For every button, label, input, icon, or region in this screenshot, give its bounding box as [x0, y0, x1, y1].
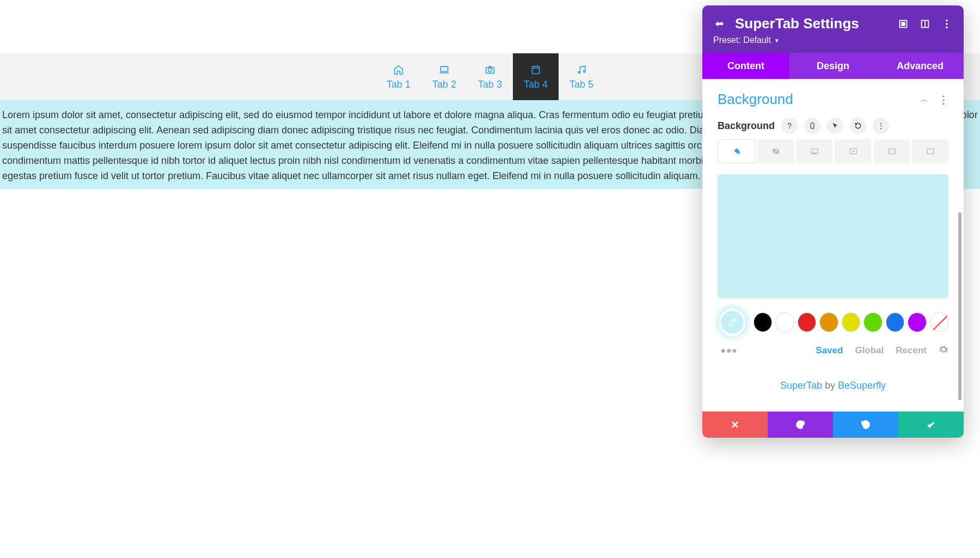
svg-point-13: [812, 127, 812, 128]
gear-icon[interactable]: [939, 345, 948, 357]
setting-more-icon[interactable]: ⋮: [873, 118, 889, 134]
svg-point-9: [946, 19, 948, 21]
collapse-icon[interactable]: ︿: [921, 95, 928, 105]
svg-rect-0: [440, 66, 448, 71]
svg-rect-18: [889, 149, 895, 154]
svg-point-24: [893, 152, 894, 152]
svg-point-19: [890, 150, 890, 150]
panel-footer: [702, 412, 964, 438]
svg-point-22: [890, 152, 890, 152]
svg-point-23: [892, 152, 892, 152]
setting-label: Background: [718, 120, 775, 132]
footer-credit: SuperTab by BeSuperfly: [718, 364, 948, 391]
back-icon[interactable]: [713, 18, 725, 30]
tab-label: Tab 2: [432, 79, 456, 90]
preset-selector[interactable]: Preset: Default ▼: [713, 35, 953, 45]
section-more-icon[interactable]: ⋮: [938, 93, 948, 106]
preset-label: Preset: Default: [713, 35, 771, 45]
help-icon[interactable]: ?: [781, 118, 798, 134]
swatch-tab-recent[interactable]: Recent: [896, 345, 927, 356]
columns-icon[interactable]: [919, 18, 931, 30]
bgtype-mask[interactable]: [912, 139, 948, 163]
swatch-tabs: ••• Saved Global Recent: [718, 343, 948, 358]
tab-3[interactable]: Tab 3: [467, 53, 513, 100]
svg-point-11: [946, 26, 948, 28]
swatch-purple[interactable]: [908, 312, 926, 332]
swatch-red[interactable]: [798, 312, 816, 332]
tab-content-settings[interactable]: Content: [702, 53, 789, 79]
section-title: Background: [718, 91, 793, 108]
bgtype-image[interactable]: [796, 139, 832, 163]
redo-button[interactable]: [833, 412, 898, 438]
svg-point-16: [813, 150, 814, 151]
tab-5[interactable]: Tab 5: [559, 53, 604, 100]
expand-icon[interactable]: [897, 18, 909, 30]
camera-icon: [485, 64, 495, 76]
music-icon: [576, 64, 587, 76]
scrollbar[interactable]: [958, 212, 961, 400]
tab-label: Tab 5: [569, 79, 593, 90]
svg-point-10: [946, 23, 948, 25]
swatch-yellow[interactable]: [842, 312, 860, 332]
responsive-icon[interactable]: [804, 118, 820, 134]
background-type-tabs: [718, 139, 948, 163]
svg-point-5: [583, 70, 585, 72]
swatch-black[interactable]: [754, 312, 772, 332]
tab-label: Tab 3: [478, 79, 502, 90]
undo-button[interactable]: [768, 412, 833, 438]
svg-rect-25: [927, 149, 934, 154]
settings-panel: SuperTab Settings Preset: Default ▼ Cont…: [702, 5, 964, 438]
svg-point-2: [488, 68, 492, 72]
bgtype-video[interactable]: [835, 139, 871, 163]
bgtype-gradient[interactable]: [757, 139, 794, 163]
swatch-tab-saved[interactable]: Saved: [816, 345, 843, 356]
author-link[interactable]: BeSuperfly: [838, 380, 886, 391]
tab-1[interactable]: Tab 1: [376, 53, 421, 100]
swatch-green[interactable]: [863, 312, 882, 332]
swatch-blue[interactable]: [886, 312, 904, 332]
tab-design-settings[interactable]: Design: [789, 53, 877, 79]
panel-header: SuperTab Settings Preset: Default ▼: [702, 5, 964, 53]
tab-label: Tab 1: [387, 79, 411, 90]
swatch-tab-global[interactable]: Global: [855, 345, 884, 356]
bgtype-color[interactable]: [718, 139, 755, 163]
svg-point-21: [893, 150, 894, 150]
cancel-button[interactable]: [702, 412, 768, 438]
swatch-orange[interactable]: [819, 312, 838, 332]
svg-point-4: [578, 71, 580, 73]
tab-label: Tab 4: [524, 79, 548, 90]
product-link[interactable]: SuperTab: [780, 380, 822, 391]
svg-rect-7: [902, 22, 905, 26]
hover-icon[interactable]: [827, 118, 843, 134]
color-swatches: [718, 307, 948, 338]
tab-advanced-settings[interactable]: Advanced: [877, 53, 964, 79]
panel-title: SuperTab Settings: [735, 15, 887, 32]
panel-tabs: Content Design Advanced: [702, 53, 964, 79]
eyedropper-button[interactable]: [718, 307, 747, 338]
bgtype-pattern[interactable]: [873, 139, 910, 163]
more-swatches-icon[interactable]: •••: [721, 343, 738, 358]
calendar-icon: [530, 64, 541, 76]
save-button[interactable]: [898, 412, 964, 438]
color-preview[interactable]: [718, 174, 948, 298]
more-icon[interactable]: [941, 18, 953, 30]
home-icon: [393, 64, 404, 76]
reset-icon[interactable]: [850, 118, 866, 134]
swatch-none[interactable]: [930, 312, 948, 332]
caret-down-icon: ▼: [774, 38, 780, 44]
tab-2[interactable]: Tab 2: [421, 53, 467, 100]
swatch-white[interactable]: [775, 312, 794, 332]
svg-point-20: [892, 150, 892, 150]
svg-rect-3: [532, 66, 539, 73]
tab-4[interactable]: Tab 4: [513, 53, 559, 100]
panel-body: Background ︿ ⋮ Background ? ⋮: [702, 79, 964, 412]
laptop-icon: [439, 64, 450, 76]
